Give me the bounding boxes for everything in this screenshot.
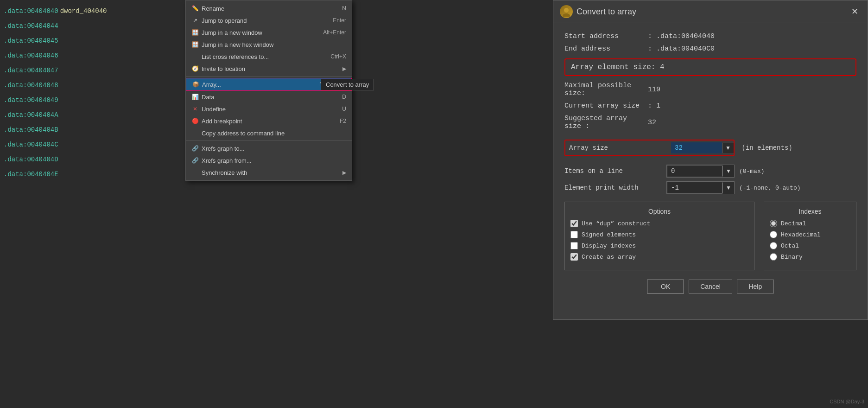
- disasm-addr: .data:00404047: [4, 67, 58, 74]
- menu-item-xrefs-graph-to[interactable]: 🔗 Xrefs graph to...: [186, 142, 352, 154]
- start-address-value: : .data:00404040: [648, 32, 715, 40]
- create-as-array-label: Create as array: [582, 254, 636, 261]
- menu-item-jump-operand[interactable]: ↗ Jump to operand Enter: [186, 14, 352, 26]
- menu-item-undefine[interactable]: ✕ Undefine U: [186, 103, 352, 115]
- options-indexes-row: Options Use “dup” construct Signed eleme…: [564, 202, 856, 270]
- binary-label: Binary: [781, 254, 803, 261]
- dialog-close-button[interactable]: ✕: [849, 6, 861, 18]
- items-on-line-input[interactable]: [667, 165, 722, 177]
- disasm-addr: .data:0040404D: [4, 156, 58, 163]
- menu-label: Data: [202, 94, 214, 101]
- create-as-array-checkbox[interactable]: [570, 253, 578, 261]
- shortcut-label: Alt+Enter: [323, 29, 346, 36]
- current-size-value: : 1: [648, 102, 660, 110]
- menu-item-jump-new-window[interactable]: 🪟 Jump in a new window Alt+Enter: [186, 26, 352, 38]
- jump-operand-icon: ↗: [191, 17, 199, 24]
- menu-divider: [186, 140, 352, 141]
- menu-item-breakpoint[interactable]: 🔴 Add breakpoint F2: [186, 115, 352, 127]
- menu-item-xrefs-graph-from[interactable]: 🔗 Xrefs graph from...: [186, 154, 352, 166]
- items-on-line-row: Items on a line ▼ (0-max): [564, 165, 856, 178]
- dialog-titlebar: Convert to array ✕: [553, 0, 868, 23]
- jump-hex-icon: 🪟: [191, 41, 199, 48]
- display-indexes-checkbox[interactable]: [570, 242, 578, 249]
- element-print-width-label: Element print width: [564, 184, 666, 191]
- hexadecimal-radio-row: Hexadecimal: [770, 231, 850, 238]
- disasm-addr: .data:00404048: [4, 82, 58, 89]
- disasm-addr: .data:00404046: [4, 52, 58, 59]
- svg-point-1: [563, 13, 570, 17]
- menu-item-jump-hex-window[interactable]: 🪟 Jump in a new hex window: [186, 38, 352, 51]
- menu-label: Jump in a new hex window: [202, 41, 273, 48]
- menu-label: Jump in a new window: [202, 29, 262, 36]
- octal-radio[interactable]: [770, 242, 777, 249]
- use-dup-construct-checkbox[interactable]: [570, 220, 578, 227]
- start-address-row: Start address : .data:00404040: [564, 32, 856, 40]
- current-size-label: Current array size: [564, 102, 648, 110]
- signed-elements-row: Signed elements: [570, 231, 748, 238]
- array-size-dropdown[interactable]: ▼: [722, 143, 734, 153]
- decimal-label: Decimal: [781, 220, 806, 227]
- context-menu: ✏️ Rename N ↗ Jump to operand Enter 🪟 Ju…: [185, 0, 352, 181]
- tooltip-text: Convert to array: [326, 81, 369, 88]
- dialog-avatar-icon: [560, 5, 573, 18]
- suggested-size-row: Suggested array size : 32: [564, 115, 856, 130]
- menu-item-data[interactable]: 📊 Data D: [186, 91, 352, 103]
- suggested-size-value: 32: [648, 119, 656, 127]
- element-print-width-input-wrap: ▼: [666, 181, 735, 194]
- element-print-width-dropdown[interactable]: ▼: [722, 183, 734, 193]
- signed-elements-checkbox[interactable]: [570, 231, 578, 238]
- maximal-size-value: 119: [648, 86, 660, 94]
- decimal-radio[interactable]: [770, 220, 777, 227]
- array-element-size-box: Array element size : 4: [564, 58, 856, 76]
- menu-label: Rename: [202, 5, 224, 12]
- shortcut-label: U: [342, 106, 346, 112]
- items-on-line-input-wrap: ▼: [666, 165, 735, 178]
- items-on-line-dropdown[interactable]: ▼: [722, 166, 734, 176]
- menu-item-copy-address[interactable]: Copy address to command line: [186, 127, 352, 139]
- dialog-buttons: OK Cancel Help: [564, 280, 856, 293]
- options-title: Options: [570, 208, 748, 215]
- shortcut-label: Ctrl+X: [330, 53, 346, 60]
- menu-item-xrefs[interactable]: List cross references to... Ctrl+X: [186, 51, 352, 63]
- array-size-label: Array size: [569, 144, 671, 152]
- maximal-size-row: Maximal possible size: 119: [564, 82, 856, 97]
- indexes-box: Indexes Decimal Hexadecimal Octal Binary: [764, 202, 856, 270]
- menu-item-invite-location[interactable]: 🧭 Invite to location ▶: [186, 63, 352, 75]
- use-dup-construct-row: Use “dup” construct: [570, 220, 748, 227]
- element-print-width-row: Element print width ▼ (-1-none, 0-auto): [564, 181, 856, 194]
- disasm-label: dword_404040: [60, 7, 107, 15]
- element-print-width-input[interactable]: [667, 182, 722, 194]
- indexes-title: Indexes: [770, 208, 850, 215]
- current-size-row: Current array size : 1: [564, 102, 856, 110]
- cancel-button[interactable]: Cancel: [689, 280, 732, 293]
- disasm-addr: .data:00404049: [4, 96, 58, 104]
- data-icon: 📊: [191, 93, 199, 101]
- display-indexes-row: Display indexes: [570, 242, 748, 249]
- ok-button[interactable]: OK: [647, 280, 684, 293]
- jump-window-icon: 🪟: [191, 29, 199, 36]
- display-indexes-label: Display indexes: [582, 242, 636, 249]
- xrefs-icon: [191, 53, 199, 60]
- array-icon: 📦: [192, 81, 199, 88]
- hexadecimal-radio[interactable]: [770, 231, 777, 238]
- shortcut-label: F2: [340, 118, 346, 124]
- rename-icon: ✏️: [191, 5, 199, 12]
- binary-radio[interactable]: [770, 253, 777, 261]
- use-dup-construct-label: Use “dup” construct: [582, 220, 650, 227]
- sync-icon: [191, 169, 199, 176]
- dialog-body: Start address : .data:00404040 End addre…: [553, 23, 868, 303]
- array-size-input[interactable]: [671, 142, 722, 153]
- dialog-title-text: Convert to array: [577, 7, 636, 17]
- menu-label: List cross references to...: [202, 53, 269, 60]
- menu-item-rename[interactable]: ✏️ Rename N: [186, 2, 352, 14]
- help-button[interactable]: Help: [737, 280, 774, 293]
- end-address-value: : .data:004040C0: [648, 45, 715, 53]
- menu-item-synchronize[interactable]: Synchronize with ▶: [186, 166, 352, 178]
- disasm-addr: .data:00404045: [4, 37, 58, 45]
- menu-label: Jump to operand: [202, 17, 247, 24]
- octal-radio-row: Octal: [770, 242, 850, 249]
- menu-label: Add breakpoint: [202, 118, 242, 125]
- menu-label: Array...: [202, 81, 221, 88]
- disasm-addr: .data:0040404B: [4, 126, 58, 134]
- array-size-hint: (in elements): [742, 144, 792, 152]
